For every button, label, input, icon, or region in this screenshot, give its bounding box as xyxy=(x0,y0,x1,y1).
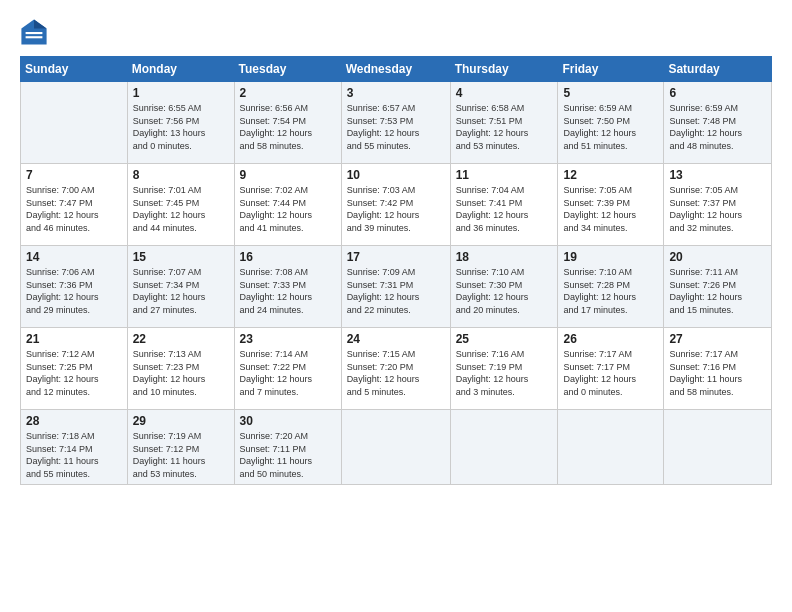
calendar-cell: 2Sunrise: 6:56 AM Sunset: 7:54 PM Daylig… xyxy=(234,82,341,164)
logo xyxy=(20,18,50,46)
calendar-cell: 8Sunrise: 7:01 AM Sunset: 7:45 PM Daylig… xyxy=(127,164,234,246)
svg-rect-2 xyxy=(26,32,43,34)
day-info: Sunrise: 7:19 AM Sunset: 7:12 PM Dayligh… xyxy=(133,430,229,480)
calendar-cell: 14Sunrise: 7:06 AM Sunset: 7:36 PM Dayli… xyxy=(21,246,128,328)
calendar-cell: 20Sunrise: 7:11 AM Sunset: 7:26 PM Dayli… xyxy=(664,246,772,328)
calendar-cell: 7Sunrise: 7:00 AM Sunset: 7:47 PM Daylig… xyxy=(21,164,128,246)
day-info: Sunrise: 7:20 AM Sunset: 7:11 PM Dayligh… xyxy=(240,430,336,480)
calendar-cell: 9Sunrise: 7:02 AM Sunset: 7:44 PM Daylig… xyxy=(234,164,341,246)
day-number: 14 xyxy=(26,250,122,264)
calendar-cell: 26Sunrise: 7:17 AM Sunset: 7:17 PM Dayli… xyxy=(558,328,664,410)
col-header-thursday: Thursday xyxy=(450,57,558,82)
day-number: 5 xyxy=(563,86,658,100)
header xyxy=(20,18,772,46)
calendar-cell xyxy=(558,410,664,485)
calendar-cell: 30Sunrise: 7:20 AM Sunset: 7:11 PM Dayli… xyxy=(234,410,341,485)
day-number: 24 xyxy=(347,332,445,346)
calendar-cell: 23Sunrise: 7:14 AM Sunset: 7:22 PM Dayli… xyxy=(234,328,341,410)
col-header-wednesday: Wednesday xyxy=(341,57,450,82)
calendar-cell: 13Sunrise: 7:05 AM Sunset: 7:37 PM Dayli… xyxy=(664,164,772,246)
day-number: 1 xyxy=(133,86,229,100)
day-info: Sunrise: 6:56 AM Sunset: 7:54 PM Dayligh… xyxy=(240,102,336,152)
calendar-cell xyxy=(450,410,558,485)
day-info: Sunrise: 7:12 AM Sunset: 7:25 PM Dayligh… xyxy=(26,348,122,398)
calendar-week-row: 7Sunrise: 7:00 AM Sunset: 7:47 PM Daylig… xyxy=(21,164,772,246)
day-info: Sunrise: 7:13 AM Sunset: 7:23 PM Dayligh… xyxy=(133,348,229,398)
calendar-week-row: 1Sunrise: 6:55 AM Sunset: 7:56 PM Daylig… xyxy=(21,82,772,164)
calendar-week-row: 21Sunrise: 7:12 AM Sunset: 7:25 PM Dayli… xyxy=(21,328,772,410)
day-info: Sunrise: 7:03 AM Sunset: 7:42 PM Dayligh… xyxy=(347,184,445,234)
calendar-cell xyxy=(341,410,450,485)
calendar-cell: 5Sunrise: 6:59 AM Sunset: 7:50 PM Daylig… xyxy=(558,82,664,164)
day-info: Sunrise: 7:00 AM Sunset: 7:47 PM Dayligh… xyxy=(26,184,122,234)
day-info: Sunrise: 7:05 AM Sunset: 7:37 PM Dayligh… xyxy=(669,184,766,234)
day-number: 18 xyxy=(456,250,553,264)
day-number: 13 xyxy=(669,168,766,182)
day-number: 7 xyxy=(26,168,122,182)
calendar-cell: 19Sunrise: 7:10 AM Sunset: 7:28 PM Dayli… xyxy=(558,246,664,328)
day-info: Sunrise: 6:55 AM Sunset: 7:56 PM Dayligh… xyxy=(133,102,229,152)
day-number: 28 xyxy=(26,414,122,428)
day-info: Sunrise: 7:01 AM Sunset: 7:45 PM Dayligh… xyxy=(133,184,229,234)
day-number: 16 xyxy=(240,250,336,264)
day-info: Sunrise: 7:05 AM Sunset: 7:39 PM Dayligh… xyxy=(563,184,658,234)
day-number: 29 xyxy=(133,414,229,428)
day-number: 11 xyxy=(456,168,553,182)
day-info: Sunrise: 7:15 AM Sunset: 7:20 PM Dayligh… xyxy=(347,348,445,398)
calendar-cell: 21Sunrise: 7:12 AM Sunset: 7:25 PM Dayli… xyxy=(21,328,128,410)
day-number: 6 xyxy=(669,86,766,100)
day-number: 22 xyxy=(133,332,229,346)
day-info: Sunrise: 7:11 AM Sunset: 7:26 PM Dayligh… xyxy=(669,266,766,316)
calendar-cell: 27Sunrise: 7:17 AM Sunset: 7:16 PM Dayli… xyxy=(664,328,772,410)
calendar-table: SundayMondayTuesdayWednesdayThursdayFrid… xyxy=(20,56,772,485)
svg-marker-1 xyxy=(34,19,47,28)
day-number: 21 xyxy=(26,332,122,346)
calendar-cell: 12Sunrise: 7:05 AM Sunset: 7:39 PM Dayli… xyxy=(558,164,664,246)
day-number: 12 xyxy=(563,168,658,182)
day-number: 19 xyxy=(563,250,658,264)
logo-icon xyxy=(20,18,48,46)
calendar-header-row: SundayMondayTuesdayWednesdayThursdayFrid… xyxy=(21,57,772,82)
day-number: 15 xyxy=(133,250,229,264)
day-info: Sunrise: 7:06 AM Sunset: 7:36 PM Dayligh… xyxy=(26,266,122,316)
svg-rect-3 xyxy=(26,36,43,38)
day-info: Sunrise: 7:14 AM Sunset: 7:22 PM Dayligh… xyxy=(240,348,336,398)
day-info: Sunrise: 7:09 AM Sunset: 7:31 PM Dayligh… xyxy=(347,266,445,316)
calendar-cell: 28Sunrise: 7:18 AM Sunset: 7:14 PM Dayli… xyxy=(21,410,128,485)
day-info: Sunrise: 7:18 AM Sunset: 7:14 PM Dayligh… xyxy=(26,430,122,480)
calendar-cell: 1Sunrise: 6:55 AM Sunset: 7:56 PM Daylig… xyxy=(127,82,234,164)
calendar-cell: 29Sunrise: 7:19 AM Sunset: 7:12 PM Dayli… xyxy=(127,410,234,485)
calendar-cell: 10Sunrise: 7:03 AM Sunset: 7:42 PM Dayli… xyxy=(341,164,450,246)
day-number: 2 xyxy=(240,86,336,100)
day-info: Sunrise: 7:16 AM Sunset: 7:19 PM Dayligh… xyxy=(456,348,553,398)
calendar-cell: 4Sunrise: 6:58 AM Sunset: 7:51 PM Daylig… xyxy=(450,82,558,164)
day-number: 10 xyxy=(347,168,445,182)
day-info: Sunrise: 7:08 AM Sunset: 7:33 PM Dayligh… xyxy=(240,266,336,316)
col-header-tuesday: Tuesday xyxy=(234,57,341,82)
calendar-cell: 11Sunrise: 7:04 AM Sunset: 7:41 PM Dayli… xyxy=(450,164,558,246)
calendar-cell: 6Sunrise: 6:59 AM Sunset: 7:48 PM Daylig… xyxy=(664,82,772,164)
day-number: 17 xyxy=(347,250,445,264)
day-info: Sunrise: 7:04 AM Sunset: 7:41 PM Dayligh… xyxy=(456,184,553,234)
day-info: Sunrise: 6:59 AM Sunset: 7:48 PM Dayligh… xyxy=(669,102,766,152)
day-info: Sunrise: 6:59 AM Sunset: 7:50 PM Dayligh… xyxy=(563,102,658,152)
day-info: Sunrise: 7:02 AM Sunset: 7:44 PM Dayligh… xyxy=(240,184,336,234)
day-number: 4 xyxy=(456,86,553,100)
calendar-cell: 25Sunrise: 7:16 AM Sunset: 7:19 PM Dayli… xyxy=(450,328,558,410)
calendar-cell: 24Sunrise: 7:15 AM Sunset: 7:20 PM Dayli… xyxy=(341,328,450,410)
calendar-cell xyxy=(664,410,772,485)
day-info: Sunrise: 6:57 AM Sunset: 7:53 PM Dayligh… xyxy=(347,102,445,152)
day-number: 23 xyxy=(240,332,336,346)
col-header-friday: Friday xyxy=(558,57,664,82)
calendar-cell xyxy=(21,82,128,164)
day-number: 3 xyxy=(347,86,445,100)
day-number: 30 xyxy=(240,414,336,428)
day-info: Sunrise: 6:58 AM Sunset: 7:51 PM Dayligh… xyxy=(456,102,553,152)
calendar-cell: 17Sunrise: 7:09 AM Sunset: 7:31 PM Dayli… xyxy=(341,246,450,328)
calendar-cell: 15Sunrise: 7:07 AM Sunset: 7:34 PM Dayli… xyxy=(127,246,234,328)
day-info: Sunrise: 7:17 AM Sunset: 7:16 PM Dayligh… xyxy=(669,348,766,398)
day-number: 27 xyxy=(669,332,766,346)
col-header-sunday: Sunday xyxy=(21,57,128,82)
day-info: Sunrise: 7:10 AM Sunset: 7:30 PM Dayligh… xyxy=(456,266,553,316)
calendar-week-row: 28Sunrise: 7:18 AM Sunset: 7:14 PM Dayli… xyxy=(21,410,772,485)
